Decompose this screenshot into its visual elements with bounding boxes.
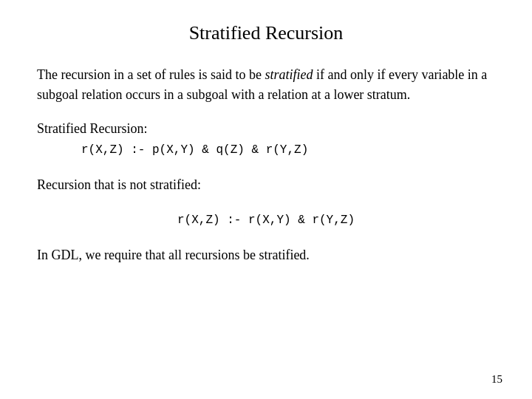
page-number: 15 — [491, 373, 502, 386]
not-stratified-code: r(X,Z) :- r(X,Y) & r(Y,Z) — [37, 211, 495, 229]
not-stratified-label: Recursion that is not stratified: — [37, 175, 495, 195]
intro-paragraph: The recursion in a set of rules is said … — [37, 65, 495, 105]
intro-text-part1: The recursion in a set of rules is said … — [37, 67, 265, 82]
stratified-label: Stratified Recursion: — [37, 121, 495, 137]
intro-italic: stratified — [265, 67, 313, 82]
slide-title: Stratified Recursion — [37, 22, 495, 44]
stratified-code: r(X,Z) :- p(X,Y) & q(Z) & r(Y,Z) — [81, 141, 495, 159]
footer-text: In GDL, we require that all recursions b… — [37, 245, 495, 265]
slide: Stratified Recursion The recursion in a … — [0, 0, 532, 399]
